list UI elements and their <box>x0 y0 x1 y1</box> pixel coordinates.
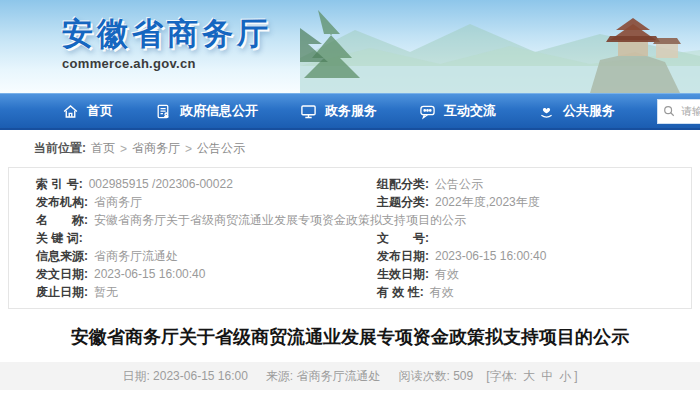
field-label: 名 称: <box>36 213 88 227</box>
field-label: 信息来源: <box>36 249 88 263</box>
field-index-no: 索 引 号:002985915 /202306-00022 <box>9 175 350 193</box>
nav-item-label: 互动交流 <box>444 102 496 120</box>
article-views-value: 509 <box>453 369 473 383</box>
font-size-switcher: [字体: 大中小] <box>486 368 577 385</box>
field-label: 关 键 词: <box>36 231 83 245</box>
search-input-wrap <box>657 99 700 124</box>
main-nav: 首页 政府信息公开 政务服务 <box>0 93 700 130</box>
site-logo[interactable]: 安徽省商务厅 commerce.ah.gov.cn <box>62 13 272 71</box>
header-banner: 安徽省商务厅 commerce.ah.gov.cn <box>0 0 700 93</box>
field-effective-date: 生效日期:有效 <box>350 265 691 283</box>
nav-item-gov-info[interactable]: 政府信息公开 <box>155 102 258 120</box>
field-value: 省商务厅流通处 <box>94 249 178 263</box>
monitor-icon <box>300 103 317 120</box>
field-validity: 有 效 性:有效 <box>350 283 691 301</box>
field-label: 发布日期: <box>377 249 429 263</box>
article-views-label: 阅读次数: <box>399 369 454 383</box>
field-label: 废止日期: <box>36 285 88 299</box>
field-agency: 发布机构:省商务厅 <box>9 193 350 211</box>
site-title: 安徽省商务厅 <box>62 13 272 55</box>
field-value: 省商务厅 <box>94 195 142 209</box>
nav-item-label: 公共服务 <box>563 102 615 120</box>
field-category: 组配分类:公告公示 <box>350 175 691 193</box>
field-source: 信息来源:省商务厅流通处 <box>9 247 350 265</box>
field-label: 发文日期: <box>36 267 88 281</box>
nav-item-label: 首页 <box>87 102 113 120</box>
article-source-label: 来源: <box>266 369 297 383</box>
page-title: 安徽省商务厅关于省级商贸流通业发展专项资金政策拟支持项目的公示 <box>18 326 682 349</box>
breadcrumb-separator: > <box>185 142 192 156</box>
field-value: 安徽省商务厅关于省级商贸流通业发展专项资金政策拟支持项目的公示 <box>94 213 466 227</box>
font-size-medium-button[interactable]: 中 <box>541 369 553 383</box>
field-label: 主题分类: <box>377 195 429 209</box>
font-switcher-prefix: [字体: <box>486 369 520 383</box>
field-label: 索 引 号: <box>36 177 83 191</box>
breadcrumb-link-department[interactable]: 省商务厅 <box>132 140 180 157</box>
header-landscape-image <box>300 0 700 93</box>
home-icon <box>62 103 79 120</box>
field-publish-date: 发布日期:2023-06-15 16:00:40 <box>350 247 691 265</box>
field-abolish-date: 废止日期:暂无 <box>9 283 350 301</box>
breadcrumb-link-home[interactable]: 首页 <box>91 140 115 157</box>
font-size-small-button[interactable]: 小 <box>559 369 571 383</box>
article-date-label: 日期: <box>122 369 153 383</box>
article-source-value: 省商务厅流通处 <box>297 369 381 383</box>
nav-item-interaction[interactable]: 互动交流 <box>419 102 496 120</box>
article-date-value: 2023-06-15 16:00 <box>153 369 248 383</box>
search-box: 搜索 <box>657 99 700 124</box>
search-icon <box>663 105 675 117</box>
field-value: 有效 <box>430 285 454 299</box>
field-value: 有效 <box>435 267 459 281</box>
field-value: 2023-06-15 16:00:40 <box>94 267 205 281</box>
nav-item-gov-service[interactable]: 政务服务 <box>300 102 377 120</box>
field-label: 有 效 性: <box>377 285 424 299</box>
field-label: 生效日期: <box>377 267 429 281</box>
field-keywords: 关 键 词: <box>9 229 350 247</box>
field-doc-no: 文 号: <box>350 229 691 247</box>
breadcrumb-prefix: 当前位置: <box>34 140 86 157</box>
heart-hand-icon <box>538 103 555 120</box>
search-input[interactable] <box>679 104 700 118</box>
field-issue-date: 发文日期:2023-06-15 16:00:40 <box>9 265 350 283</box>
chat-bubble-icon <box>419 103 436 120</box>
font-switcher-suffix: ] <box>574 369 577 383</box>
gov-info-document-icon <box>155 103 172 120</box>
field-label: 组配分类: <box>377 177 429 191</box>
field-value: 暂无 <box>94 285 118 299</box>
info-table: 索 引 号:002985915 /202306-00022 组配分类:公告公示 … <box>8 167 692 309</box>
nav-item-label: 政务服务 <box>325 102 377 120</box>
field-value: 002985915 /202306-00022 <box>89 177 233 191</box>
font-size-large-button[interactable]: 大 <box>523 369 535 383</box>
article-meta-bar: 日期: 2023-06-15 16:00 来源: 省商务厅流通处 阅读次数: 5… <box>0 362 700 390</box>
field-value: 2023-06-15 16:00:40 <box>435 249 546 263</box>
field-value: 公告公示 <box>435 177 483 191</box>
field-value: 2022年度,2023年度 <box>435 195 540 209</box>
breadcrumb-link-announcements[interactable]: 公告公示 <box>197 140 245 157</box>
breadcrumb-separator: > <box>120 142 127 156</box>
article-date: 日期: 2023-06-15 16:00 <box>122 368 247 385</box>
article-views: 阅读次数: 509 <box>399 368 474 385</box>
page: 安徽省商务厅 commerce.ah.gov.cn 首页 政府信息公开 <box>0 0 700 400</box>
nav-item-home[interactable]: 首页 <box>62 102 113 120</box>
nav-item-public-service[interactable]: 公共服务 <box>538 102 615 120</box>
field-label: 文 号: <box>377 231 429 245</box>
breadcrumb: 当前位置: 首页 > 省商务厅 > 公告公示 <box>0 130 700 167</box>
field-topic: 主题分类:2022年度,2023年度 <box>350 193 691 211</box>
site-url: commerce.ah.gov.cn <box>62 56 272 71</box>
nav-item-label: 政府信息公开 <box>180 102 258 120</box>
article-source: 来源: 省商务厅流通处 <box>266 368 381 385</box>
field-name: 名 称:安徽省商务厅关于省级商贸流通业发展专项资金政策拟支持项目的公示 <box>9 211 691 229</box>
field-label: 发布机构: <box>36 195 88 209</box>
